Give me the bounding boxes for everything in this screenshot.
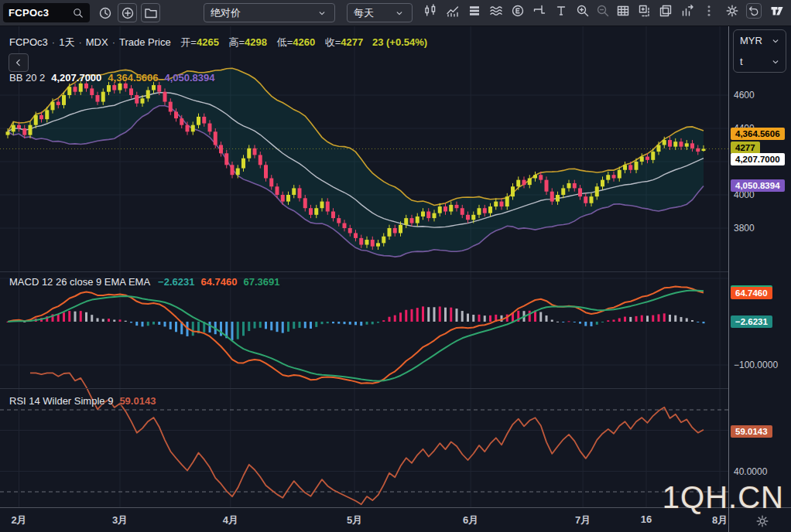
macd-axis-tick: −100.0000 xyxy=(734,360,778,370)
circle-e-icon[interactable] xyxy=(510,3,526,19)
grid-icon[interactable] xyxy=(615,3,631,19)
top-toolbar: FCPOc3 绝对价 每天 xyxy=(0,0,791,26)
unit-selector[interactable]: t xyxy=(734,51,786,72)
waves-icon[interactable] xyxy=(488,3,504,19)
legend-collapse-button[interactable] xyxy=(9,53,29,72)
price-axis-tick: 4600 xyxy=(734,90,755,101)
bb-basis-price-label: 4,207.7000 xyxy=(731,153,785,165)
symbol-search-box[interactable]: FCPOc3 xyxy=(3,3,90,22)
interval-select[interactable]: 每天 xyxy=(347,3,413,22)
currency-selector[interactable]: MYR xyxy=(734,30,786,51)
time-axis-label: 6月 xyxy=(463,513,478,527)
search-icon xyxy=(72,7,84,19)
chevron-down-icon xyxy=(769,56,782,68)
price-scale-select[interactable]: 绝对价 xyxy=(204,3,335,22)
time-axis[interactable] xyxy=(0,508,728,532)
tradingview-chart-window: FCPOc3 绝对价 每天 FCPOc3·1天·MDX·Trade Price … xyxy=(0,0,791,532)
time-axis-label: 2月 xyxy=(11,513,26,527)
folder-icon xyxy=(143,5,159,21)
unit-value: t xyxy=(740,56,743,67)
symbol-search-value: FCPOc3 xyxy=(9,7,49,19)
bb-legend: BB 20 24,207.70004,364.56064,050.8394 xyxy=(9,72,215,84)
time-axis-label: 16 xyxy=(641,513,652,525)
last-price-label: 4277 xyxy=(731,142,760,154)
undo-icon[interactable] xyxy=(746,3,762,19)
rsi-value-label: 59.0143 xyxy=(731,425,772,438)
currency-value: MYR xyxy=(740,35,762,46)
settings-icon[interactable] xyxy=(724,3,740,19)
symbol-legend: FCPOc3·1天·MDX·Trade Price 开=4265 高=4298 … xyxy=(9,36,427,49)
price-axis-tick: 3800 xyxy=(734,223,755,234)
time-axis-label: 8月 xyxy=(712,513,728,527)
macd-legend: MACD 12 26 close 9 EMA EMA−2.623164.7460… xyxy=(9,276,279,288)
bar-chart-icon[interactable] xyxy=(680,3,695,19)
chevron-down-icon xyxy=(393,7,406,19)
tradingview-logo[interactable] xyxy=(769,3,785,19)
chevron-down-icon xyxy=(316,7,328,19)
zoom-out-icon[interactable] xyxy=(595,3,611,19)
time-axis-label: 4月 xyxy=(223,513,238,527)
compare-add-button[interactable] xyxy=(118,3,137,22)
clock-icon xyxy=(98,5,113,21)
layers-icon[interactable] xyxy=(467,3,482,19)
chevron-left-icon xyxy=(12,56,25,69)
bb-lower-price-label: 4,050.8394 xyxy=(731,179,785,192)
compare-icon[interactable] xyxy=(445,3,461,19)
axis-unit-box: MYR t xyxy=(733,29,786,73)
bb-upper-price-label: 4,364.5606 xyxy=(731,128,785,140)
more-icon[interactable] xyxy=(701,3,717,19)
interval-value: 每天 xyxy=(354,6,374,20)
macd-line-label: 64.7460 xyxy=(731,287,772,299)
snapshot-icon[interactable] xyxy=(637,3,652,19)
price-scale-value: 绝对价 xyxy=(211,6,241,20)
measure-icon[interactable] xyxy=(532,3,547,19)
templates-button[interactable] xyxy=(141,3,160,22)
text-icon[interactable] xyxy=(553,3,569,19)
time-axis-label: 3月 xyxy=(112,513,128,527)
time-axis-label: 5月 xyxy=(347,513,362,527)
clock-button[interactable] xyxy=(95,3,115,22)
chevron-down-icon xyxy=(769,35,782,47)
copy-icon[interactable] xyxy=(658,3,673,19)
macd-hist-label: −2.6231 xyxy=(731,315,772,328)
zoom-in-icon[interactable] xyxy=(575,3,591,19)
plus-circle-icon xyxy=(120,5,135,21)
rsi-axis-tick: 40.0000 xyxy=(734,466,767,477)
axis-settings-icon[interactable] xyxy=(755,513,770,529)
time-axis-label: 7月 xyxy=(575,513,591,527)
candles-icon[interactable] xyxy=(423,3,438,19)
rsi-legend: RSI 14 Wilder Simple 959.0143 xyxy=(9,395,156,407)
